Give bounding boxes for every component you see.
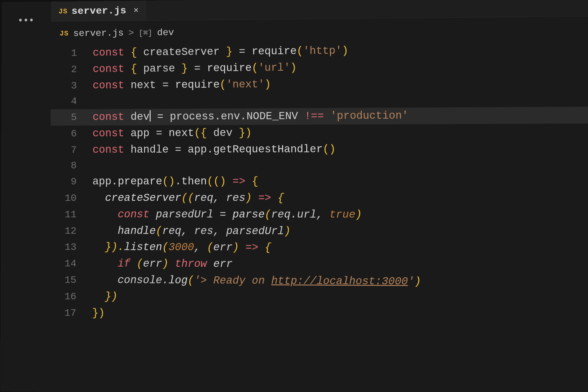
tab-server-js[interactable]: JS server.js × <box>51 1 146 21</box>
line-number: 12 <box>50 223 86 239</box>
code-line[interactable]: 4 <box>51 91 588 109</box>
chevron-right-icon: > <box>128 28 134 39</box>
line-number: 7 <box>51 142 87 158</box>
code-content: }).listen(3000, (err) => { <box>86 239 271 256</box>
code-content: app.prepare().then(() => { <box>86 174 258 190</box>
line-number: 3 <box>51 78 87 94</box>
line-number: 6 <box>51 126 87 142</box>
js-file-icon: JS <box>60 30 69 38</box>
code-content: const handle = app.getRequestHandler() <box>87 141 336 158</box>
line-number: 14 <box>50 256 86 272</box>
code-content: const parsedUrl = parse(req.url, true) <box>86 206 362 223</box>
line-number: 16 <box>50 289 86 304</box>
code-content: if (err) throw err <box>86 256 233 273</box>
line-number: 9 <box>51 174 87 190</box>
code-line[interactable]: 17}) <box>50 305 588 325</box>
code-line[interactable]: 15 console.log('> Ready on http://localh… <box>50 272 588 291</box>
code-line[interactable]: 10 createServer((req, res) => { <box>50 190 588 206</box>
js-file-icon: JS <box>59 7 68 15</box>
code-line[interactable]: 14 if (err) throw err <box>50 256 588 274</box>
code-content: handle(req, res, parsedUrl) <box>86 223 290 239</box>
code-content: createServer((req, res) => { <box>86 190 284 206</box>
code-content: }) <box>86 305 105 321</box>
code-line[interactable]: 13 }).listen(3000, (err) => { <box>50 239 588 257</box>
code-content: const { parse } = require('url') <box>87 60 297 78</box>
code-line[interactable]: 12 handle(req, res, parsedUrl) <box>50 223 588 240</box>
line-number: 8 <box>51 158 87 174</box>
line-number: 11 <box>50 207 86 223</box>
code-content: console.log('> Ready on http://localhost… <box>86 272 421 290</box>
code-content: }) <box>86 288 118 305</box>
line-number: 5 <box>51 110 87 125</box>
breadcrumb[interactable]: JS server.js > [⌘] dev <box>60 27 174 39</box>
line-number: 2 <box>51 62 87 77</box>
line-number: 15 <box>50 272 86 288</box>
close-icon[interactable]: × <box>133 6 139 16</box>
breadcrumb-file: server.js <box>73 28 124 39</box>
code-line[interactable]: 7const handle = app.getRequestHandler() <box>51 140 588 158</box>
code-content: const next = require('next') <box>87 76 271 94</box>
breadcrumb-symbol: dev <box>157 27 174 38</box>
code-line[interactable]: 8 <box>51 157 588 174</box>
line-number: 1 <box>51 46 87 61</box>
symbol-icon: [⌘] <box>139 28 153 38</box>
line-number: 13 <box>50 240 86 255</box>
overflow-menu-icon[interactable] <box>19 19 33 21</box>
tab-filename: server.js <box>71 5 126 17</box>
code-content: const dev = process.env.NODE_ENV !== 'pr… <box>87 108 408 126</box>
tab-bar: JS server.js × <box>51 0 588 22</box>
code-line[interactable]: 9app.prepare().then(() => { <box>50 173 588 190</box>
editor-screen: JS server.js × JS server.js > [⌘] dev 1c… <box>0 0 588 392</box>
code-line[interactable]: 6const app = next({ dev }) <box>51 124 588 142</box>
code-line[interactable]: 5const dev = process.env.NODE_ENV !== 'p… <box>51 107 588 126</box>
code-editor[interactable]: 1const { createServer } = require('http'… <box>50 41 588 325</box>
line-number: 10 <box>50 191 86 206</box>
code-line[interactable]: 11 const parsedUrl = parse(req.url, true… <box>50 206 588 223</box>
code-content: const { createServer } = require('http') <box>87 43 348 61</box>
code-content: const app = next({ dev }) <box>87 125 252 142</box>
line-number: 17 <box>50 305 86 321</box>
line-number: 4 <box>51 94 87 109</box>
code-line[interactable]: 3const next = require('next') <box>51 74 588 94</box>
